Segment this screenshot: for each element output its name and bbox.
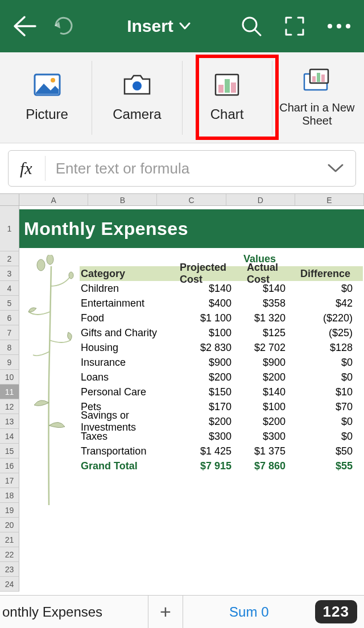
cell-category[interactable]: Insurance [80,355,180,370]
row-header[interactable]: 24 [0,577,19,592]
col-header[interactable]: B [88,194,157,205]
cell-actual[interactable]: $1 320 [234,311,288,325]
col-header[interactable]: A [19,194,88,205]
keyboard-toggle[interactable]: 123 [315,600,357,623]
row-header[interactable]: 15 [0,444,19,458]
row-header[interactable]: 23 [0,562,19,577]
add-sheet-button[interactable]: + [148,596,183,628]
row-header[interactable]: 17 [0,473,19,488]
cell-actual[interactable]: $100 [234,399,288,414]
cell-actual[interactable]: $2 702 [234,340,288,355]
row-header[interactable]: 3 [0,266,19,281]
ribbon-chart-new-sheet[interactable]: Chart in a New Sheet [272,58,362,137]
row-header[interactable]: 6 [0,311,19,325]
cell-difference[interactable]: $0 [288,414,363,429]
chevron-down-icon[interactable] [327,163,344,173]
cell-projected[interactable]: $1 425 [180,444,234,458]
row-header[interactable]: 20 [0,518,19,532]
row-header[interactable]: 18 [0,488,19,503]
row-header[interactable]: 8 [0,340,19,355]
col-header[interactable]: E [295,194,364,205]
cell-projected[interactable]: $400 [180,296,234,311]
cell-actual[interactable]: $358 [234,296,288,311]
row-header[interactable]: 11 [0,385,19,399]
row-header[interactable]: 16 [0,458,19,473]
cell-projected[interactable]: $2 830 [180,340,234,355]
cell-category[interactable]: Gifts and Charity [80,325,180,340]
cell-projected[interactable]: $170 [180,399,234,414]
back-arrow-icon [13,15,36,38]
row-header[interactable]: 22 [0,547,19,562]
more-button[interactable] [326,23,351,30]
spreadsheet-grid[interactable]: 1 Monthly Expenses 2 Values [0,206,364,592]
cell-actual[interactable]: $140 [234,281,288,296]
row-header[interactable]: 2 [0,251,19,266]
row-header[interactable]: 21 [0,532,19,547]
ribbon-chart[interactable]: Chart [183,58,272,137]
mode-dropdown[interactable]: Insert [91,16,226,36]
row-header[interactable]: 1 [0,206,19,251]
cell-difference[interactable]: $0 [288,281,363,296]
cell-difference[interactable]: $0 [288,370,363,385]
cell-projected[interactable]: $140 [180,281,234,296]
row-header[interactable]: 12 [0,399,19,414]
cell-projected[interactable]: $300 [180,429,234,444]
cell-difference[interactable]: $128 [288,340,363,355]
row-header[interactable]: 19 [0,503,19,518]
cell-projected[interactable]: $200 [180,414,234,429]
cell-projected[interactable]: $900 [180,355,234,370]
back-button[interactable] [13,15,36,38]
cell-actual[interactable]: $1 375 [234,444,288,458]
cell-category[interactable]: Transportation [80,444,180,458]
cell-difference[interactable]: ($220) [288,311,363,325]
cell-projected[interactable]: $100 [180,325,234,340]
cell-actual[interactable]: $200 [234,414,288,429]
select-all-corner[interactable] [0,194,19,205]
chevron-down-icon [179,22,191,30]
cell-category[interactable]: Children [80,281,180,296]
cell-projected[interactable]: $200 [180,370,234,385]
row-header[interactable]: 9 [0,355,19,370]
search-button[interactable] [240,15,263,38]
row-header[interactable]: 7 [0,325,19,340]
status-sum[interactable]: Sum 0 [183,604,315,620]
ribbon-camera[interactable]: Camera [92,58,181,137]
cell-category[interactable]: Taxes [80,429,180,444]
col-header[interactable]: D [226,194,295,205]
cell-category[interactable]: Loans [80,370,180,385]
undo-button[interactable] [50,13,77,40]
cell-difference[interactable]: $50 [288,444,363,458]
row-header[interactable]: 10 [0,370,19,385]
cell-actual[interactable]: $125 [234,325,288,340]
cell-category[interactable]: Personal Care [80,385,180,399]
expand-button[interactable] [283,15,306,38]
cell-category[interactable]: Entertainment [80,296,180,311]
cell-difference[interactable]: ($25) [288,325,363,340]
cell-category[interactable]: Food [80,311,180,325]
col-header[interactable]: C [157,194,226,205]
sheet-tab[interactable]: onthly Expenses [0,604,148,620]
row-header[interactable]: 14 [0,429,19,444]
row-header[interactable]: 5 [0,296,19,311]
table-row: 13Savings or Investments$200$200$0 [0,414,364,429]
row-header[interactable]: 13 [0,414,19,429]
cell-actual[interactable]: $900 [234,355,288,370]
cell-difference[interactable]: $10 [288,385,363,399]
cell-actual[interactable]: $200 [234,370,288,385]
camera-icon [122,73,152,96]
cell-difference[interactable]: $0 [288,355,363,370]
cell-projected[interactable]: $1 100 [180,311,234,325]
cell-projected[interactable]: $150 [180,385,234,399]
row-header[interactable]: 4 [0,281,19,296]
cell-actual[interactable]: $140 [234,385,288,399]
ribbon-picture[interactable]: Picture [2,58,92,137]
cell-category[interactable]: Savings or Investments [80,414,180,429]
cell-difference[interactable]: $70 [288,399,363,414]
formula-input[interactable]: Enter text or formula [56,160,327,177]
cell-actual[interactable]: $300 [234,429,288,444]
cell-difference[interactable]: $42 [288,296,363,311]
cell-difference[interactable]: $0 [288,429,363,444]
formula-bar[interactable]: fx Enter text or formula [8,150,356,187]
table-row: 18 [0,488,364,503]
cell-category[interactable]: Housing [80,340,180,355]
